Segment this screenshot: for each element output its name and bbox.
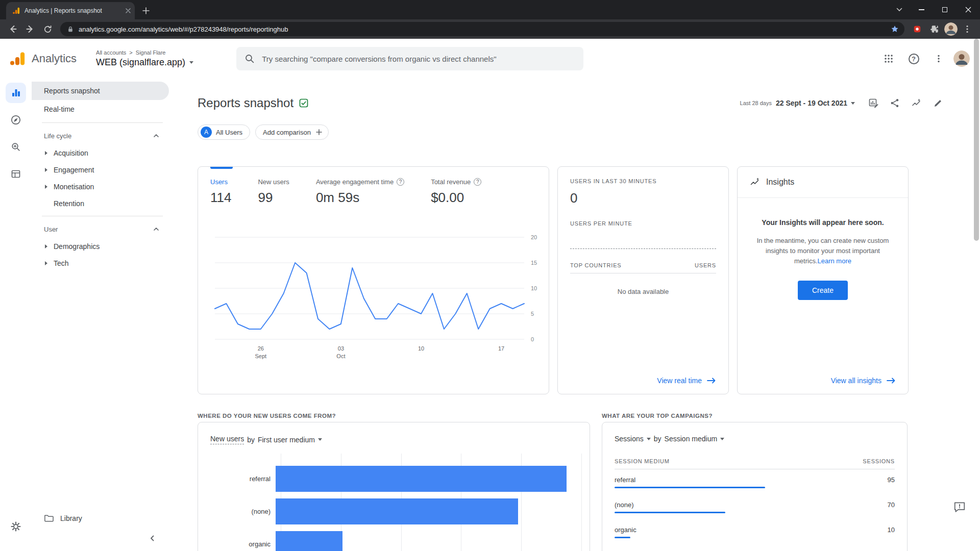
bookmark-star-icon[interactable] [888,22,901,36]
search-input[interactable] [262,55,575,63]
help-icon[interactable]: ? [397,178,404,186]
refresh-icon[interactable] [40,21,55,37]
view-real-time-link[interactable]: View real time [657,377,716,385]
expand-arrow-icon[interactable] [42,168,50,172]
table-row[interactable]: (none)70 [615,494,895,519]
nav-item-demographics[interactable]: Demographics [32,238,169,255]
tab-search-chevron-icon[interactable] [889,1,910,18]
nav-item-library[interactable]: Library [32,508,169,529]
comparison-badge: A [201,127,212,138]
nav-item-monetisation[interactable]: Monetisation [32,178,169,195]
browser-tab[interactable]: Analytics | Reports snapshot [6,2,135,19]
selector-join-text: by [247,436,255,444]
bar[interactable] [276,466,567,492]
dimension-dropdown[interactable]: Session medium [665,435,725,443]
comparison-chip-all-users[interactable]: A All Users [198,124,250,140]
property-selector[interactable]: WEB (signalflare.app) [96,57,193,68]
forward-icon[interactable] [22,21,38,37]
left-icon-rail [0,79,32,551]
bar[interactable] [276,498,518,524]
browser-menu-kebab-icon[interactable] [960,21,975,37]
page-scrollbar[interactable] [973,39,980,551]
user-avatar[interactable] [953,51,970,67]
add-comparison-button[interactable]: Add comparison [255,124,329,140]
breadcrumb-account[interactable]: Signal Flare [136,49,166,56]
nav-item-retention[interactable]: Retention [32,195,169,212]
scrollbar-thumb[interactable] [974,39,979,241]
extensions-puzzle-icon[interactable] [927,21,942,37]
nav-item-realtime[interactable]: Real-time [32,100,169,118]
analytics-logo[interactable]: Analytics [9,51,77,66]
address-bar[interactable]: analytics.google.com/analytics/web/#/p27… [60,22,904,36]
window-minimize-button[interactable] [910,0,933,19]
share-icon[interactable] [885,93,905,113]
expand-arrow-icon[interactable] [42,151,50,155]
dimension-dropdown[interactable]: First user medium [258,436,322,444]
rail-explore-icon[interactable] [6,110,26,130]
rail-configure-icon[interactable] [6,164,26,184]
app-menu-kebab-icon[interactable] [928,48,949,69]
window-maximize-button[interactable] [933,0,957,19]
expand-arrow-icon[interactable] [42,261,50,265]
page-title: Reports snapshot [198,96,293,110]
search-bar[interactable] [236,47,583,70]
chevron-up-icon[interactable] [153,226,160,232]
view-all-insights-link[interactable]: View all insights [831,377,896,385]
breadcrumb[interactable]: All accounts > Signal Flare [96,49,193,56]
expand-arrow-icon[interactable] [42,244,50,248]
rail-advertising-icon[interactable] [6,137,26,157]
metric-tab[interactable]: New users99 [258,178,289,206]
svg-text:03: 03 [338,345,344,352]
help-icon[interactable]: ? [474,178,481,186]
create-insight-button[interactable]: Create [798,281,848,300]
svg-text:Sept: Sept [255,353,266,359]
tab-close-icon[interactable] [126,8,131,13]
chevron-down-icon [647,438,651,440]
admin-gear-icon[interactable] [6,516,26,537]
back-icon[interactable] [5,21,20,37]
date-range-selector[interactable]: 22 Sept - 19 Oct 2021 [776,99,855,107]
browser-titlebar: Analytics | Reports snapshot [0,0,980,19]
nav-item-label: Demographics [54,242,100,251]
nav-section-user[interactable]: User [32,220,169,238]
nav-section-life-cycle[interactable]: Life cycle [32,127,169,144]
pinned-extension-icon[interactable] [910,21,925,37]
rail-reports-icon[interactable] [6,83,26,103]
nav-item-reports-snapshot[interactable]: Reports snapshot [32,82,169,100]
edit-chart-icon[interactable] [863,93,884,113]
feedback-bubble-icon[interactable] [950,498,969,516]
nav-item-engagement[interactable]: Engagement [32,161,169,178]
metric-dropdown[interactable]: New users [210,435,244,444]
report-verified-icon[interactable] [299,98,309,108]
sessions-column-header: SESSIONS [863,458,895,464]
url-text[interactable]: analytics.google.com/analytics/web/#/p27… [79,26,884,33]
table-row[interactable]: organic10 [615,519,895,544]
chevron-down-icon [720,438,724,440]
edit-report-pencil-icon[interactable] [927,93,948,113]
browser-profile-avatar[interactable] [944,22,958,36]
collapse-nav-icon[interactable] [145,531,160,545]
google-apps-grid-icon[interactable] [878,48,899,69]
help-icon[interactable]: ? [903,48,924,69]
metric-tab[interactable]: Users114 [210,178,231,206]
window-close-button[interactable] [957,0,980,19]
users-per-minute-chart [570,230,716,249]
sessions-count: 95 [888,476,895,484]
bar[interactable] [276,531,342,551]
lock-icon[interactable] [66,25,75,34]
nav-item-tech[interactable]: Tech [32,255,169,271]
chevron-up-icon[interactable] [153,133,160,139]
nav-section-title: User [44,226,153,233]
new-tab-button[interactable] [139,4,153,18]
expand-arrow-icon[interactable] [42,185,50,189]
metric-tab[interactable]: Total revenue?$0.00 [431,178,481,206]
metric-dropdown[interactable]: Sessions [615,435,651,443]
breadcrumb-all-accounts[interactable]: All accounts [96,49,126,56]
nav-item-acquisition[interactable]: Acquisition [32,144,169,161]
learn-more-link[interactable]: Learn more [818,257,851,265]
sessions-count: 70 [888,501,895,509]
insights-sparkle-icon[interactable] [906,93,926,113]
table-row[interactable]: referral95 [615,469,895,494]
metric-tab[interactable]: Average engagement time?0m 59s [316,178,404,206]
sessions-table-body: referral95(none)70organic10 [615,469,895,544]
